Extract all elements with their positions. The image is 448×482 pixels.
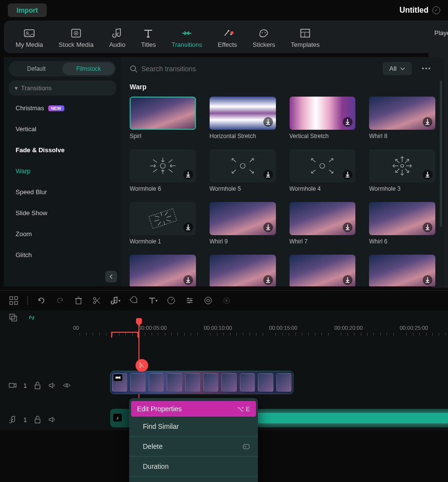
tab-audio[interactable]: Audio [101,26,133,49]
download-icon[interactable] [423,170,432,180]
timeline-add-icon[interactable] [9,313,18,322]
transition-thumb[interactable] [130,202,196,235]
svg-point-94 [189,302,190,303]
sidebar-tab-default[interactable]: Default [10,62,62,75]
svg-point-9 [265,32,266,33]
transition-thumb[interactable] [290,255,356,286]
sidebar-item-slide-show[interactable]: Slide Show [4,202,121,223]
adjust-icon[interactable] [185,296,195,305]
transition-thumb[interactable] [130,97,196,130]
sidebar-collapse-button[interactable] [105,271,117,282]
shortcut-label: ⌥ E [237,405,250,413]
context-menu-item[interactable]: Duration [129,458,258,475]
render-icon[interactable] [222,296,232,305]
sidebar-item-vertical[interactable]: Vertical [4,119,121,140]
more-options-button[interactable]: ••• [418,63,435,74]
sidebar-item-speed-blur[interactable]: Speed Blur [4,181,121,202]
transition-thumb[interactable] [130,149,196,182]
download-icon[interactable] [263,275,273,285]
download-icon[interactable] [423,222,432,232]
transition-thumb[interactable] [290,149,356,182]
split-icon[interactable] [92,296,102,305]
transition-thumb[interactable] [130,255,196,286]
tab-label: Audio [109,41,125,48]
text-tool-icon[interactable]: ▾ [148,296,157,305]
sidebar-item-label: Speed Blur [16,188,47,196]
transition-thumb[interactable] [369,202,435,235]
transition-thumb[interactable] [210,255,276,286]
transition-thumb[interactable] [210,202,276,235]
svg-point-92 [188,298,189,300]
redo-icon[interactable] [55,296,65,305]
download-icon[interactable] [183,275,193,285]
stock-media-icon [70,27,82,39]
transition-thumb[interactable] [369,255,435,286]
sidebar-tab-filmstock[interactable]: Filmstock [62,62,115,75]
svg-rect-75 [15,297,18,300]
download-icon[interactable] [183,222,193,232]
tab-transitions[interactable]: Transitions [164,26,210,49]
transition-thumb[interactable] [210,149,276,182]
download-icon[interactable] [263,170,273,180]
search-input[interactable] [141,65,227,73]
tab-stickers[interactable]: Stickers [245,26,283,49]
sidebar-item-glitch[interactable]: Glitch [4,244,121,265]
video-clip[interactable] [110,371,293,394]
tab-my-media[interactable]: My Media [8,26,51,49]
speed-icon[interactable] [166,296,176,305]
sidebar-item-fade-dissolve[interactable]: Fade & Dissolve [4,140,121,161]
download-icon[interactable] [423,275,432,285]
transition-thumb[interactable] [290,97,356,130]
download-icon[interactable] [183,170,193,180]
transition-thumb[interactable] [290,202,356,235]
transition-thumb[interactable] [369,97,435,130]
transition-label: Whirl 6 [369,238,435,245]
color-icon[interactable] [203,296,213,305]
section-title: Warp [130,83,435,91]
transition-thumb[interactable] [210,97,276,130]
download-icon[interactable] [343,222,352,232]
context-menu-item[interactable]: Edit Properties⌥ E [131,401,256,417]
grid-tool-icon[interactable] [9,296,19,305]
audio-tool-icon[interactable]: ▾ [111,296,120,305]
mute-icon[interactable] [48,416,56,423]
svg-rect-107 [243,444,249,449]
transition-label: Whirl 8 [369,133,435,140]
download-icon[interactable] [343,275,352,285]
context-menu-item[interactable]: ✓Enable Timeline Snapping [129,478,258,482]
my-media-icon [23,27,35,39]
transition-label: Spirl [130,133,196,140]
ruler-mark: 00:00:20:00 [334,325,363,331]
context-menu-item[interactable]: Delete [129,438,258,455]
cut-marker-icon[interactable] [136,359,148,372]
import-button[interactable]: Import [8,3,47,17]
undo-icon[interactable] [37,296,46,305]
download-icon[interactable] [343,170,352,180]
sidebar-item-warp[interactable]: Warp [4,161,121,181]
lock-icon[interactable] [34,416,41,423]
download-icon[interactable] [343,117,352,127]
tab-label: Templates [291,41,320,48]
context-menu-item[interactable]: Find Similar [129,418,258,435]
lock-icon[interactable] [34,382,41,389]
tab-templates[interactable]: Templates [283,26,328,49]
transition-thumb[interactable] [369,149,435,182]
download-icon[interactable] [263,222,273,232]
timeline-link-icon[interactable] [27,313,36,322]
delete-icon[interactable] [74,296,83,305]
tab-titles[interactable]: Titles [133,26,164,49]
sidebar-group-head[interactable]: ▾ Transitions [9,80,116,96]
sidebar-item-christmas[interactable]: ChristmasNEW [4,98,121,119]
filter-dropdown[interactable]: All [383,62,412,75]
tab-stock-media[interactable]: Stock Media [51,26,101,49]
visibility-icon[interactable] [63,382,71,389]
scrollbar[interactable] [440,80,442,227]
timeline-selection-range[interactable] [111,332,138,338]
titles-icon [142,27,154,39]
sidebar-item-zoom[interactable]: Zoom [4,223,121,244]
mute-icon[interactable] [48,382,56,389]
tag-icon[interactable] [129,296,139,305]
download-icon[interactable] [423,117,432,127]
tab-effects[interactable]: Effects [210,26,245,49]
download-icon[interactable] [263,117,273,127]
